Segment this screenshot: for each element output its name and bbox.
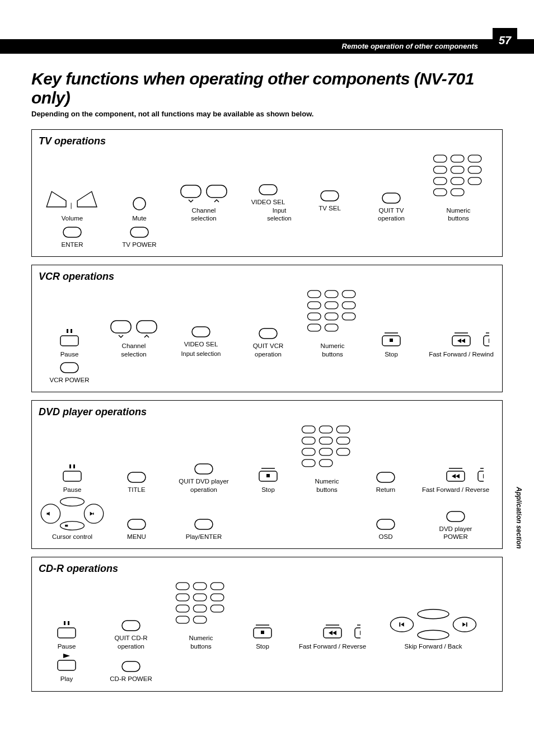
- dvd-power: DVD player POWER: [439, 510, 472, 541]
- tv-volume: Volume: [41, 186, 103, 222]
- cdr-skip: Skip Forward / Back: [386, 609, 481, 650]
- vcr-ffrw: Fast Forward / Rewind: [429, 331, 494, 358]
- vcr-title: VCR operations: [39, 271, 495, 283]
- tv-title: TV operations: [39, 135, 495, 147]
- tv-quit: QUIT TV operation: [378, 192, 405, 223]
- cdr-section: CD-R operations Pause QUIT CD-R operatio…: [31, 557, 503, 691]
- tv-power: TV POWER: [122, 226, 156, 248]
- dvd-menu: MENU: [124, 518, 149, 541]
- cdr-title: CD-R operations: [39, 563, 495, 575]
- tv-mute: Mute: [131, 195, 148, 222]
- cdr-stop: Stop: [250, 623, 275, 650]
- dvd-return: Return: [373, 471, 398, 494]
- side-section-label: Application section: [515, 487, 523, 549]
- dvd-section: DVD player operations Pause TITLE QUIT D…: [31, 400, 503, 549]
- subtitle: Depending on the component, not all func…: [31, 110, 503, 118]
- tv-section: TV operations Volume Mute Channel select…: [31, 129, 503, 257]
- tv-channel: Channel selection: [179, 182, 229, 223]
- dvd-title-btn: TITLE: [124, 471, 149, 494]
- page-number: 57: [493, 28, 517, 50]
- vcr-power: VCR POWER: [50, 361, 90, 384]
- vcr-video-sel: VIDEO SEL Input selection: [181, 326, 221, 358]
- vcr-quit: QUIT VCR operation: [253, 327, 284, 358]
- dvd-title: DVD player operations: [39, 406, 495, 418]
- dvd-quit: QUIT DVD player operation: [179, 463, 228, 494]
- page-title: Key functions when operating other compo…: [31, 69, 503, 107]
- vcr-numeric: Numeric buttons: [305, 288, 360, 358]
- dvd-pause: Pause: [60, 464, 85, 494]
- cdr-ffrv: Fast Forward / Reverse: [299, 623, 366, 650]
- cdr-play: Play: [54, 654, 79, 683]
- cdr-power: CD-R POWER: [110, 660, 152, 683]
- dvd-numeric: Numeric buttons: [299, 424, 355, 494]
- vcr-channel: Channel selection: [109, 317, 159, 358]
- vcr-pause: Pause: [57, 329, 82, 358]
- dvd-ffrv: Fast Forward / Reverse: [422, 467, 489, 494]
- banner: Remote operation of other components 57: [0, 39, 534, 54]
- dvd-osd: OSD: [373, 518, 398, 541]
- tv-enter: ENTER: [60, 226, 85, 248]
- tv-tv-sel: TV SEL: [317, 190, 342, 223]
- cdr-numeric: Numeric buttons: [173, 580, 229, 650]
- cdr-pause: Pause: [54, 621, 79, 650]
- vcr-section: VCR operations Pause Channel selection V…: [31, 265, 503, 392]
- dvd-play-enter: Play/ENTER: [186, 518, 222, 541]
- tv-video-sel: VIDEO SEL Input selection: [240, 184, 296, 223]
- banner-text: Remote operation of other components: [342, 42, 478, 50]
- cdr-quit: QUIT CD-R operation: [114, 619, 147, 650]
- vcr-stop: Stop: [379, 331, 404, 358]
- tv-numeric: Numeric buttons: [430, 153, 486, 223]
- dvd-stop: Stop: [256, 467, 280, 494]
- dvd-cursor: Cursor control: [36, 497, 109, 541]
